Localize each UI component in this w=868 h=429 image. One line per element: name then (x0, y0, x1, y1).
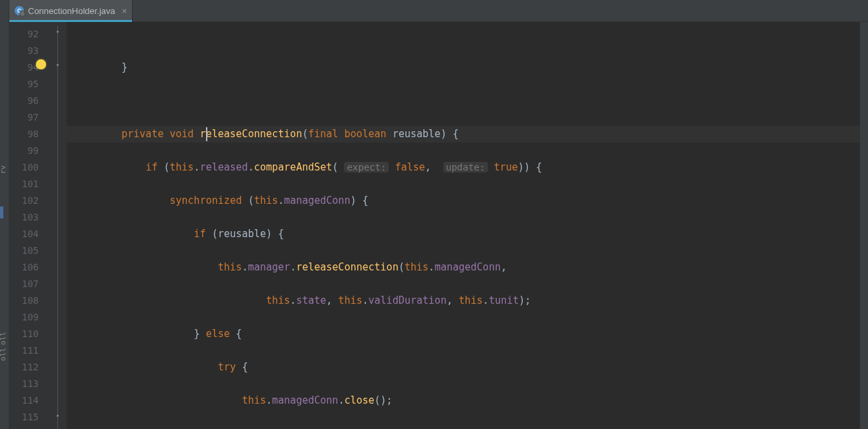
line-number: 99 (9, 143, 49, 159)
line-number: 110 (9, 326, 49, 342)
error-stripe-scrollbar[interactable] (860, 22, 868, 429)
code-line[interactable]: } (67, 59, 868, 76)
fold-collapse-icon[interactable]: ▾ (54, 62, 61, 69)
line-number: 96 (9, 93, 49, 109)
gutter-folding[interactable]: ▾ ▾ ▴ (49, 22, 67, 429)
line-number: 98 (9, 126, 49, 143)
fold-guide-line (57, 26, 58, 429)
line-number: 105 (9, 242, 49, 259)
code-line[interactable]: if (reusable) { (67, 226, 868, 242)
code-line[interactable]: this.manager.releaseConnection(this.mana… (67, 259, 868, 276)
code-line[interactable]: } else { (67, 326, 868, 342)
line-number: 107 (9, 276, 49, 292)
line-number: 93 (9, 43, 49, 59)
line-number: 111 (9, 342, 49, 359)
fold-collapse-icon[interactable]: ▴ (54, 412, 61, 419)
line-number: 106 (9, 259, 49, 276)
line-number: 103 (9, 209, 49, 226)
line-number: 97 (9, 109, 49, 126)
line-number: 113 (9, 376, 49, 392)
code-line[interactable]: if (this.released.compareAndSet( expect:… (67, 159, 868, 176)
code-line[interactable] (67, 93, 868, 109)
code-area[interactable]: } private void releaseConnection(final b… (67, 22, 868, 429)
code-line[interactable]: log.debug("Connection discarded"); (67, 426, 868, 429)
side-label[interactable]: oll (0, 332, 7, 345)
editor-tab[interactable]: C ConnectionHolder.java × (9, 0, 133, 21)
code-line[interactable]: this.state, this.validDuration, this.tun… (67, 292, 868, 309)
code-editor[interactable]: 9293949596979899100101102103104105106107… (9, 22, 868, 429)
fold-collapse-icon[interactable]: ▾ (54, 29, 61, 36)
code-line[interactable]: try { (67, 359, 868, 376)
gutter-line-numbers: 9293949596979899100101102103104105106107… (9, 22, 49, 429)
code-line[interactable]: synchronized (this.managedConn) { (67, 193, 868, 209)
line-number: 101 (9, 176, 49, 193)
intention-bulb-icon[interactable] (36, 59, 46, 69)
line-number: 104 (9, 226, 49, 242)
line-number: 92 (9, 26, 49, 43)
code-line[interactable]: this.managedConn.close(); (67, 392, 868, 409)
side-label[interactable]: oll (0, 348, 7, 361)
line-number: 112 (9, 359, 49, 376)
close-tab-icon[interactable]: × (119, 6, 127, 16)
line-number: 109 (9, 309, 49, 326)
tab-filename: ConnectionHolder.java (28, 6, 115, 16)
line-number: 95 (9, 76, 49, 93)
java-class-icon: C (15, 6, 24, 15)
line-number: 115 (9, 409, 49, 426)
line-number: 102 (9, 193, 49, 209)
line-number: 108 (9, 292, 49, 309)
side-label[interactable]: rv (0, 165, 7, 174)
line-number: 114 (9, 392, 49, 409)
tool-window-strip[interactable]: rv oll oll (0, 0, 9, 429)
line-number: 100 (9, 159, 49, 176)
editor-tab-bar: C ConnectionHolder.java × (9, 0, 868, 22)
code-line[interactable]: private void releaseConnection(final boo… (67, 126, 868, 143)
